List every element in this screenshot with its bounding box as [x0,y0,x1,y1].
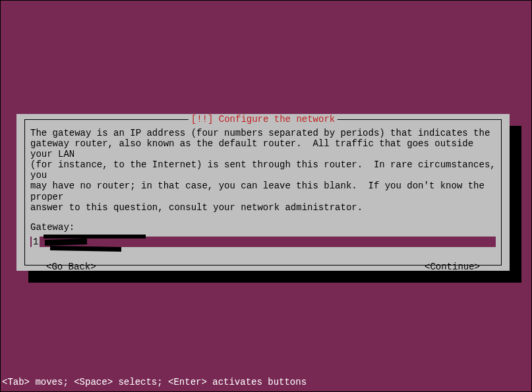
redaction-mark [50,246,121,252]
gateway-input[interactable]: 1 [30,237,496,247]
gateway-input-value: 1 [32,237,40,247]
dialog-box: [!!] Configure the network The gateway i… [16,114,510,271]
redaction-mark [45,238,87,246]
redaction-mark [44,235,146,238]
dialog-frame: [!!] Configure the network The gateway i… [24,119,502,266]
dialog-title: [!!] Configure the network [189,114,338,125]
gateway-label: Gateway: [30,222,496,233]
help-text: The gateway is an IP address (four numbe… [30,128,496,213]
continue-button[interactable]: <Continue> [425,262,480,272]
button-row: <Go Back> <Continue> [30,262,496,272]
status-bar: <Tab> moves; <Space> selects; <Enter> ac… [2,377,307,387]
go-back-button[interactable]: <Go Back> [46,262,96,272]
